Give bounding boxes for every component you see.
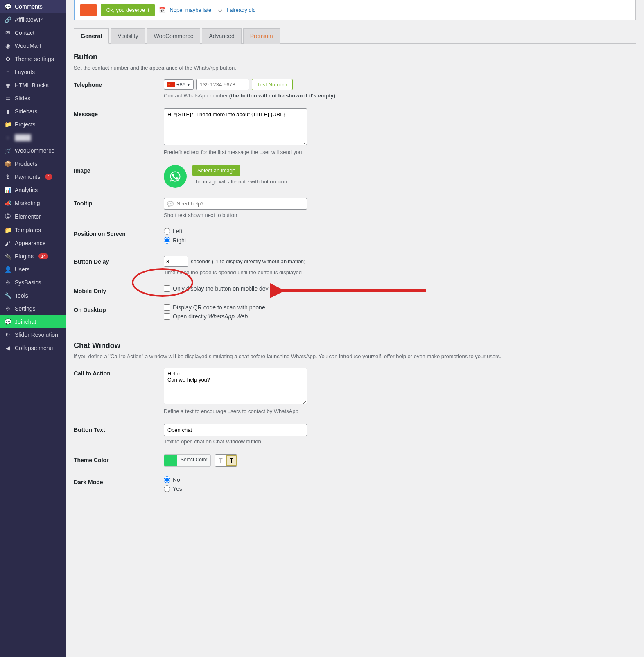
position-label: Position on Screen (74, 228, 164, 237)
theme-toggle[interactable]: TT (215, 454, 237, 467)
tab-visibility[interactable]: Visibility (111, 28, 145, 44)
sidebar-item-products[interactable]: 📦Products (0, 157, 66, 170)
image-label: Image (74, 165, 164, 174)
message-label: Message (74, 108, 164, 117)
whatsapp-icon (164, 165, 187, 188)
dark-no-radio[interactable]: No (164, 476, 368, 483)
mail-icon: ✉ (4, 29, 11, 36)
tab-premium[interactable]: Premium (243, 28, 280, 44)
calendar-icon: 📅 (159, 7, 165, 13)
layouts-icon: ≡ (4, 69, 11, 75)
light-theme-icon[interactable]: T (215, 455, 226, 466)
users-icon: 👤 (4, 266, 11, 273)
sidebar-item-settings[interactable]: ⚙Settings (0, 302, 66, 315)
sidebar-item-joinchat[interactable]: 💬Joinchat (0, 315, 66, 328)
telephone-label: Telephone (74, 79, 164, 88)
chat-section-desc: If you define a "Call to Action" a windo… (74, 353, 636, 359)
sidebar-item-tools[interactable]: 🔧Tools (0, 289, 66, 302)
slider-icon: ↻ (4, 332, 11, 338)
phone-input[interactable] (196, 79, 249, 90)
tooltip-input[interactable] (164, 198, 307, 210)
joinchat-icon: 💬 (4, 318, 11, 325)
smile-icon: ☺ (217, 7, 223, 13)
sidebar-item-woodmart[interactable]: ◉WoodMart (0, 39, 66, 52)
sidebar-item-html-blocks[interactable]: ▦HTML Blocks (0, 79, 66, 92)
sidebar-item-projects[interactable]: 📁Projects (0, 118, 66, 131)
dark-yes-radio[interactable]: Yes (164, 485, 368, 492)
button-text-hint: Text to open chat on Chat Window button (164, 438, 368, 445)
tooltip-label: Tooltip (74, 198, 164, 207)
country-code-select[interactable]: +86 ▾ (164, 79, 194, 90)
sidebar-item-contact[interactable]: ✉Contact (0, 26, 66, 39)
test-number-button[interactable]: Test Number (252, 79, 293, 90)
sidebar-item-marketing[interactable]: 📣Marketing (0, 196, 66, 210)
cta-textarea[interactable] (164, 368, 307, 404)
sidebar-item-plugins[interactable]: 🔌Plugins14 (0, 250, 66, 263)
comment-icon: 💬 (4, 3, 11, 10)
message-textarea[interactable] (164, 108, 307, 145)
sidebar-item-woocommerce[interactable]: 🛒WooCommerce (0, 144, 66, 157)
sidebar-item-analytics[interactable]: 📊Analytics (0, 183, 66, 196)
sidebar-item-sidebars[interactable]: ▮Sidebars (0, 105, 66, 118)
elementor-icon: Ⓔ (4, 213, 11, 220)
telephone-hint: Contact WhatsApp number (the button will… (164, 93, 368, 99)
section-divider (74, 332, 636, 332)
woo-icon: 🛒 (4, 147, 11, 154)
sidebar-item-users[interactable]: 👤Users (0, 263, 66, 276)
sidebar-item-elementor[interactable]: ⒺElementor (0, 210, 66, 224)
products-icon: 📦 (4, 160, 11, 167)
slides-icon: ▭ (4, 95, 11, 102)
sidebar-item-layouts[interactable]: ≡Layouts (0, 65, 66, 79)
sidebar-item-slides[interactable]: ▭Slides (0, 92, 66, 105)
desktop-web-checkbox[interactable]: Open directly WhatsApp Web (164, 313, 368, 320)
sidebar-item-sysbasics[interactable]: ⚙SysBasics (0, 276, 66, 289)
plugins-badge: 14 (38, 253, 48, 259)
delay-input[interactable] (164, 256, 188, 267)
sidebar-item-payments[interactable]: $Payments1 (0, 170, 66, 183)
tab-general[interactable]: General (74, 28, 109, 44)
sidebar-item-blurred[interactable]: ▫████ (0, 131, 66, 144)
desktop-label: On Desktop (74, 304, 164, 313)
cta-hint: Define a text to encourage users to cont… (164, 408, 368, 414)
projects-icon: 📁 (4, 121, 11, 128)
sidebar-item-affiliatewp[interactable]: 🔗AffiliateWP (0, 13, 66, 26)
plugins-icon: 🔌 (4, 253, 11, 260)
affiliate-icon: 🔗 (4, 16, 11, 23)
notice-dismiss-button[interactable] (80, 4, 97, 16)
tab-woocommerce[interactable]: WooCommerce (147, 28, 200, 44)
button-text-input[interactable] (164, 424, 307, 436)
sidebar-item-slider-revolution[interactable]: ↻Slider Revolution (0, 328, 66, 341)
tab-advanced[interactable]: Advanced (202, 28, 241, 44)
sidebar-item-comments[interactable]: 💬Comments (0, 0, 66, 13)
blocks-icon: ▦ (4, 82, 11, 88)
dark-theme-icon[interactable]: T (226, 455, 237, 466)
sliders-icon: ⚙ (4, 56, 11, 62)
woodmart-icon: ◉ (4, 43, 11, 49)
select-image-button[interactable]: Select an image (192, 165, 240, 176)
position-left-radio[interactable]: Left (164, 228, 368, 235)
tools-icon: 🔧 (4, 292, 11, 299)
appearance-icon: 🖌 (4, 240, 11, 246)
mobile-only-checkbox[interactable]: Only display the button on mobile device… (164, 285, 368, 292)
position-right-radio[interactable]: Right (164, 237, 368, 244)
desktop-qr-checkbox[interactable]: Display QR code to scan with phone (164, 304, 368, 311)
admin-sidebar: 💬Comments 🔗AffiliateWP ✉Contact ◉WoodMar… (0, 0, 66, 657)
delay-label: Button Delay (74, 256, 164, 265)
ok-deserve-button[interactable]: Ok, you deserve it (101, 4, 155, 16)
sidebar-item-collapse[interactable]: ◀Collapse menu (0, 341, 66, 354)
button-section-title: Button (74, 53, 636, 61)
sidebars-icon: ▮ (4, 108, 11, 115)
color-picker[interactable]: Select Color (164, 454, 211, 467)
settings-icon: ⚙ (4, 305, 11, 312)
marketing-icon: 📣 (4, 200, 11, 206)
button-section-desc: Set the contact number and the appearanc… (74, 65, 636, 71)
tooltip-hint: Short text shown next to button (164, 212, 368, 218)
button-text-label: Button Text (74, 424, 164, 433)
sidebar-item-appearance[interactable]: 🖌Appearance (0, 237, 66, 250)
sidebar-item-templates[interactable]: 📁Templates (0, 224, 66, 237)
maybe-later-link[interactable]: Nope, maybe later (169, 7, 213, 13)
delay-hint: Time since the page is opened until the … (164, 269, 368, 275)
image-hint: The image will alternate with button ico… (192, 178, 287, 185)
already-did-link[interactable]: I already did (227, 7, 256, 13)
sidebar-item-theme-settings[interactable]: ⚙Theme settings (0, 52, 66, 65)
